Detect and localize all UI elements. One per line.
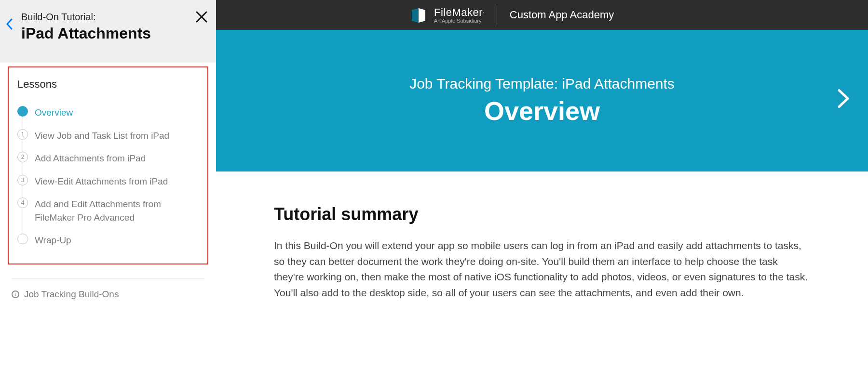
lesson-list: Overview 1 View Job and Task List from i…: [17, 101, 199, 252]
lesson-marker-dot-icon: [17, 106, 28, 117]
lesson-label: View-Edit Attachments from iPad: [35, 175, 168, 188]
chevron-left-icon: [6, 18, 13, 30]
lesson-item-1[interactable]: 1 View Job and Task List from iPad: [17, 124, 199, 147]
circle-back-icon: [12, 290, 19, 298]
lesson-marker-number-icon: 3: [17, 175, 28, 185]
sidebar-header: Build-On Tutorial: iPad Attachments: [0, 0, 216, 54]
lesson-marker-number-icon: 1: [17, 129, 28, 140]
divider-vertical: [497, 5, 497, 25]
lessons-box: Lessons Overview 1 View Job and Task Lis…: [8, 66, 208, 264]
lesson-marker-hollow-icon: [17, 234, 28, 244]
lesson-label: Overview: [35, 106, 73, 119]
hero-title: Overview: [484, 96, 600, 126]
chevron-right-icon: [837, 89, 850, 109]
lesson-marker-number-icon: 2: [17, 152, 28, 162]
lesson-item-2[interactable]: 2 Add Attachments from iPad: [17, 147, 199, 170]
parent-build-ons-link[interactable]: Job Tracking Build-Ons: [8, 278, 208, 310]
lesson-item-overview[interactable]: Overview: [17, 101, 199, 124]
content-body: In this Build-On you will extend your ap…: [274, 238, 810, 301]
filemaker-logo-icon: [409, 5, 428, 25]
sidebar: Build-On Tutorial: iPad Attachments Less…: [0, 0, 216, 369]
lesson-label: Wrap-Up: [35, 234, 71, 247]
content-heading: Tutorial summary: [274, 204, 810, 224]
sidebar-body: Lessons Overview 1 View Job and Task Lis…: [0, 63, 216, 369]
close-button[interactable]: [195, 10, 208, 26]
brand-text: FileMaker. An Apple Subsidiary: [434, 6, 484, 24]
hero-banner: Job Tracking Template: iPad Attachments …: [216, 30, 868, 171]
lesson-marker-number-icon: 4: [17, 198, 28, 208]
footer-link-label: Job Tracking Build-Ons: [24, 289, 119, 300]
lesson-label: Add and Edit Attachments from FileMaker …: [35, 198, 179, 224]
academy-title[interactable]: Custom App Academy: [510, 9, 614, 21]
hero-subtitle: Job Tracking Template: iPad Attachments: [409, 76, 675, 92]
back-button[interactable]: [6, 18, 13, 33]
lesson-label: View Job and Task List from iPad: [35, 129, 169, 143]
brand[interactable]: FileMaker. An Apple Subsidiary: [409, 5, 484, 25]
tutorial-category: Build-On Tutorial:: [21, 12, 206, 23]
content-area: Tutorial summary In this Build-On you wi…: [216, 171, 868, 301]
lesson-item-3[interactable]: 3 View-Edit Attachments from iPad: [17, 170, 199, 193]
tutorial-title: iPad Attachments: [21, 25, 206, 42]
main-area: FileMaker. An Apple Subsidiary Custom Ap…: [216, 0, 868, 369]
lesson-item-4[interactable]: 4 Add and Edit Attachments from FileMake…: [17, 193, 199, 229]
brand-name: FileMaker: [434, 6, 483, 18]
topbar: FileMaker. An Apple Subsidiary Custom Ap…: [216, 0, 868, 30]
lesson-item-wrapup[interactable]: Wrap-Up: [17, 229, 199, 252]
lessons-heading: Lessons: [17, 78, 199, 91]
lesson-label: Add Attachments from iPad: [35, 152, 146, 165]
brand-subtitle: An Apple Subsidiary: [434, 18, 484, 24]
next-lesson-button[interactable]: [837, 89, 850, 113]
close-icon: [195, 10, 208, 24]
